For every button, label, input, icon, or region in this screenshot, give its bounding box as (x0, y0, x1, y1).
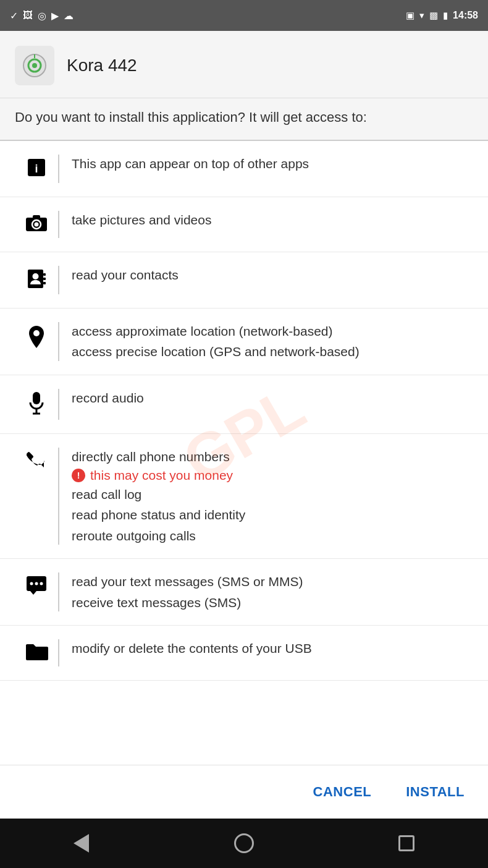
wifi-icon: ▾ (419, 10, 424, 21)
folder-icon (25, 642, 48, 666)
bottom-nav (0, 819, 488, 868)
svg-point-21 (35, 582, 38, 585)
perm-text-camera-1: take pictures and videos (72, 211, 473, 229)
home-icon (234, 833, 254, 853)
contacts-icon (26, 268, 47, 294)
app-icon (15, 46, 54, 85)
svg-rect-16 (33, 392, 40, 404)
app-name: Kora 442 (67, 56, 137, 75)
svg-point-2 (32, 63, 37, 68)
perm-text-phone-3: read phone status and identity (72, 506, 473, 524)
perm-text-phone-warning: this may cost you money (72, 468, 473, 483)
perm-icon-col-camera (15, 211, 58, 238)
signal-icon: ▣ (406, 10, 414, 21)
warning-dot-icon (72, 469, 85, 482)
divider (58, 322, 59, 361)
permission-phone: directly call phone numbers this may cos… (0, 434, 488, 560)
perm-text-storage-1: modify or delete the contents of your US… (72, 639, 473, 657)
status-bar: ✓ 🖼 ◎ ▶ ☁ ▣ ▾ ▩ ▮ 14:58 (0, 0, 488, 31)
subtitle-area: Do you want to install this application?… (0, 98, 488, 141)
perm-icon-col-phone (15, 448, 58, 479)
status-time: 14:58 (453, 10, 478, 21)
perm-text-overlay-1: This app can appear on top of other apps (72, 155, 473, 172)
perm-text-phone-2: read call log (72, 485, 473, 503)
perm-text-contacts-1: read your contacts (72, 266, 473, 284)
main-content: Kora 442 Do you want to install this app… (0, 31, 488, 819)
permission-storage: modify or delete the contents of your US… (0, 626, 488, 681)
info-square-icon: i (26, 157, 47, 183)
permissions-list: i This app can appear on top of other ap… (0, 141, 488, 765)
perm-texts-overlay: This app can appear on top of other apps (72, 155, 473, 172)
permission-location: access approximate location (network-bas… (0, 308, 488, 375)
perm-text-phone-1: directly call phone numbers (72, 448, 473, 466)
permission-contacts: read your contacts (0, 252, 488, 308)
permission-camera: take pictures and videos (0, 197, 488, 252)
perm-texts-storage: modify or delete the contents of your US… (72, 639, 473, 657)
subtitle-text: Do you want to install this application?… (15, 108, 473, 127)
divider (58, 389, 59, 420)
svg-point-15 (33, 330, 40, 336)
svg-text:i: i (35, 163, 38, 175)
cancel-button[interactable]: CANCEL (308, 778, 377, 806)
check-icon: ✓ (10, 10, 18, 22)
message-icon (25, 575, 48, 601)
divider (58, 155, 59, 183)
phone-icon (27, 450, 46, 479)
perm-icon-col-audio (15, 389, 58, 420)
back-icon (74, 834, 89, 853)
action-bar: CANCEL INSTALL (0, 765, 488, 819)
recents-icon (398, 835, 414, 851)
perm-icon-col-storage (15, 639, 58, 666)
perm-texts-sms: read your text messages (SMS or MMS) rec… (72, 572, 473, 611)
svg-point-8 (35, 222, 39, 226)
perm-warning-text: this may cost you money (90, 468, 233, 483)
perm-text-phone-4: reroute outgoing calls (72, 527, 473, 545)
perm-texts-phone: directly call phone numbers this may cos… (72, 448, 473, 545)
perm-text-location-1: access approximate location (network-bas… (72, 322, 473, 340)
microphone-icon (28, 391, 45, 420)
svg-point-22 (40, 582, 43, 585)
home-button[interactable] (229, 828, 259, 859)
perm-icon-col-location (15, 322, 58, 353)
permission-audio: record audio (0, 375, 488, 434)
battery-icon: ▮ (443, 10, 448, 21)
svg-point-20 (30, 582, 33, 585)
divider (58, 639, 59, 666)
divider (58, 572, 59, 611)
divider (58, 211, 59, 238)
perm-icon-col-overlay: i (15, 155, 58, 183)
image-icon: 🖼 (23, 10, 33, 21)
perm-text-audio-1: record audio (72, 389, 473, 407)
perm-icon-col-sms (15, 572, 58, 601)
status-icons-right: ▣ ▾ ▩ ▮ 14:58 (406, 10, 478, 21)
svg-rect-12 (43, 278, 46, 280)
svg-rect-11 (43, 273, 46, 276)
recents-button[interactable] (391, 828, 422, 859)
svg-rect-13 (43, 282, 46, 284)
perm-texts-location: access approximate location (network-bas… (72, 322, 473, 361)
svg-rect-9 (33, 215, 40, 219)
app-icon-svg (22, 53, 47, 78)
svg-point-14 (33, 273, 39, 279)
divider (58, 266, 59, 294)
perm-text-location-2: access precise location (GPS and network… (72, 343, 473, 360)
perm-text-sms-1: read your text messages (SMS or MMS) (72, 572, 473, 590)
install-button[interactable]: INSTALL (401, 778, 469, 806)
location-icon (27, 325, 46, 353)
app-header: Kora 442 (0, 31, 488, 98)
permission-sms: read your text messages (SMS or MMS) rec… (0, 559, 488, 626)
cloud-icon: ☁ (64, 10, 74, 22)
perm-texts-camera: take pictures and videos (72, 211, 473, 229)
circle-icon: ◎ (38, 10, 46, 22)
status-icons-left: ✓ 🖼 ◎ ▶ ☁ (10, 10, 74, 22)
perm-texts-audio: record audio (72, 389, 473, 407)
perm-text-sms-2: receive text messages (SMS) (72, 594, 473, 611)
permission-overlay: i This app can appear on top of other ap… (0, 141, 488, 197)
perm-texts-contacts: read your contacts (72, 266, 473, 284)
divider (58, 448, 59, 545)
perm-icon-col-contacts (15, 266, 58, 294)
camera-icon (25, 213, 48, 238)
play-icon: ▶ (51, 10, 59, 22)
back-button[interactable] (66, 828, 97, 859)
sim-icon: ▩ (429, 10, 438, 21)
